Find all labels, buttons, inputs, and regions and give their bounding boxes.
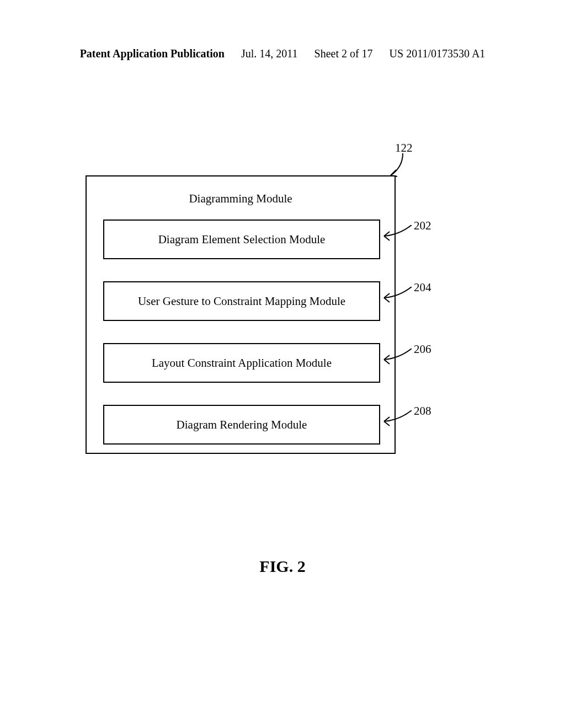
pointer-204-icon (380, 287, 413, 303)
header-publication-type: Patent Application Publication (80, 47, 225, 60)
ref-label-202: 202 (414, 219, 431, 233)
inner-boxes-container: Diagram Element Selection Module User Ge… (103, 220, 380, 467)
diagramming-module-title: Diagramming Module (87, 192, 395, 206)
module-label: Diagram Element Selection Module (158, 233, 326, 247)
figure-caption: FIG. 2 (0, 557, 565, 576)
module-label: Layout Constraint Application Module (152, 356, 332, 370)
diagramming-module-box: Diagramming Module Diagram Element Selec… (86, 175, 396, 454)
module-box-rendering: Diagram Rendering Module (103, 405, 380, 445)
ref-label-204: 204 (414, 281, 431, 295)
module-box-selection: Diagram Element Selection Module (103, 220, 380, 259)
header-publication-number: US 2011/0173530 A1 (390, 47, 486, 60)
module-label: User Gesture to Constraint Mapping Modul… (138, 295, 345, 308)
pointer-206-icon (380, 349, 413, 365)
module-label: Diagram Rendering Module (177, 418, 307, 432)
pointer-202-icon (380, 225, 413, 242)
patent-figure-page: Patent Application Publication Jul. 14, … (0, 0, 565, 728)
header-date: Jul. 14, 2011 (241, 47, 298, 60)
page-header: Patent Application Publication Jul. 14, … (0, 47, 565, 60)
pointer-208-icon (380, 410, 413, 427)
header-sheet: Sheet 2 of 17 (315, 47, 373, 60)
module-box-gesture-mapping: User Gesture to Constraint Mapping Modul… (103, 281, 380, 321)
ref-label-208: 208 (414, 404, 431, 418)
ref-label-206: 206 (414, 342, 431, 356)
module-box-layout-constraint: Layout Constraint Application Module (103, 343, 380, 383)
